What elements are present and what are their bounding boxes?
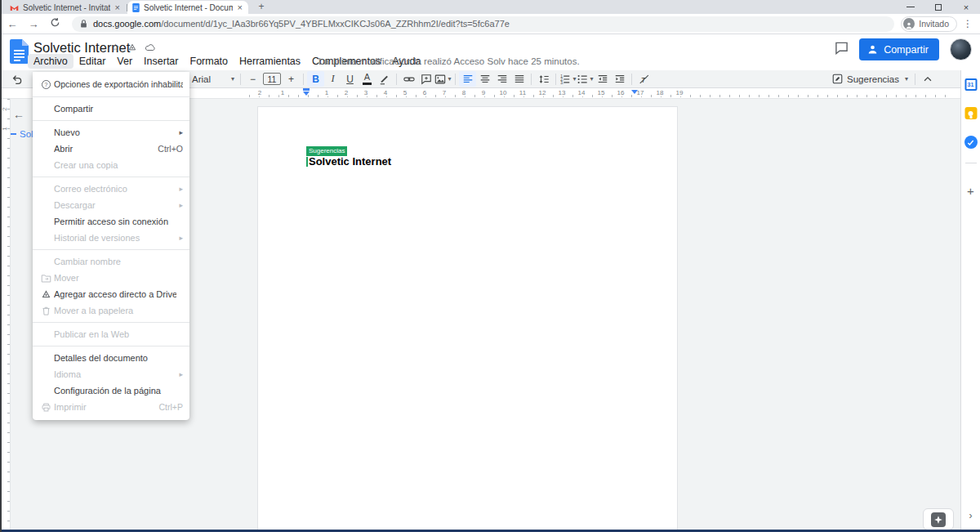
text-color-button[interactable]: A bbox=[359, 71, 376, 87]
submenu-arrow-icon: ▸ bbox=[179, 370, 183, 378]
collapse-toolbar-button[interactable] bbox=[919, 71, 936, 87]
ruler-number: 2 bbox=[343, 89, 350, 96]
tab-close-icon[interactable]: × bbox=[114, 3, 121, 12]
menu-item-idioma[interactable]: Idioma▸ bbox=[33, 366, 189, 382]
profile-chip[interactable]: Invitado bbox=[901, 16, 957, 32]
document-page[interactable]: Sugerencias Solvetic Internet bbox=[257, 106, 678, 531]
add-comment-icon bbox=[421, 74, 432, 85]
menu-item-compartir[interactable]: Compartir bbox=[33, 101, 189, 117]
align-right-button[interactable] bbox=[493, 71, 510, 87]
hide-side-panel-button[interactable]: › bbox=[969, 510, 973, 521]
underline-button[interactable]: U bbox=[341, 71, 359, 87]
comments-button[interactable] bbox=[835, 41, 849, 58]
font-size-increase-button[interactable]: + bbox=[283, 71, 300, 87]
reload-icon bbox=[50, 17, 60, 28]
bold-button[interactable]: B bbox=[307, 71, 324, 87]
clear-formatting-button[interactable]: T bbox=[635, 71, 653, 87]
menu-ver[interactable]: Ver bbox=[111, 54, 138, 69]
highlight-color-button[interactable] bbox=[376, 71, 393, 87]
editing-mode-button[interactable]: Sugerencias ▾ bbox=[829, 71, 911, 87]
last-edit-status[interactable]: La última modificación la realizó Acceso… bbox=[318, 56, 580, 66]
url-domain: docs.google.com bbox=[93, 19, 161, 29]
menu-item-configuraci-n-de-la-p-gina[interactable]: Configuración de la página bbox=[33, 382, 189, 399]
user-avatar[interactable] bbox=[950, 38, 972, 60]
add-addon-button[interactable]: + bbox=[967, 185, 974, 197]
ruler-number: 14 bbox=[577, 89, 587, 96]
address-bar[interactable]: docs.google.com/document/d/1yc_IAa3br66Y… bbox=[72, 16, 894, 32]
docs-logo-icon[interactable] bbox=[10, 39, 29, 64]
saved-cloud-icon[interactable] bbox=[145, 42, 156, 52]
maximize-button[interactable] bbox=[924, 0, 952, 14]
menu-formato[interactable]: Formato bbox=[185, 54, 234, 69]
menu-archivo[interactable]: Archivo bbox=[28, 54, 74, 69]
close-outline-button[interactable]: ← bbox=[13, 108, 24, 121]
align-center-button[interactable] bbox=[476, 71, 493, 87]
insert-link-button[interactable] bbox=[400, 71, 417, 87]
tab-docs[interactable]: Solvetic Internet - Documentos d × bbox=[127, 1, 248, 14]
menu-item-permitir-acceso-sin-conexi-n[interactable]: Permitir acceso sin conexión bbox=[33, 213, 189, 230]
link-icon bbox=[403, 74, 415, 85]
increase-indent-button[interactable] bbox=[611, 71, 628, 87]
minimize-button[interactable] bbox=[897, 0, 924, 14]
menu-herramientas[interactable]: Herramientas bbox=[234, 54, 306, 69]
tasks-button[interactable] bbox=[964, 136, 978, 149]
svg-text:?: ? bbox=[44, 81, 47, 87]
numbered-list-button[interactable]: 1.2.3. ▾ bbox=[559, 71, 577, 87]
menu-item-mover-a-la-papelera[interactable]: Mover a la papelera bbox=[33, 302, 189, 319]
tab-close-icon[interactable]: × bbox=[237, 3, 243, 12]
share-button[interactable]: Compartir bbox=[859, 38, 939, 60]
bullet-list-button[interactable]: ▾ bbox=[577, 71, 594, 87]
drive-shortcut-icon[interactable] bbox=[127, 42, 138, 52]
ruler-number: 10 bbox=[498, 89, 509, 96]
ruler-number: 12 bbox=[537, 89, 548, 96]
menu-item-correo-electr-nico[interactable]: Correo electrónico▸ bbox=[33, 181, 189, 197]
tab-gmail[interactable]: Solvetic Internet - Invitation to c × bbox=[5, 1, 126, 14]
justify-button[interactable] bbox=[510, 71, 528, 87]
menu-item-mover[interactable]: Mover bbox=[33, 270, 189, 286]
forward-button[interactable]: → bbox=[24, 18, 42, 30]
vertical-ruler[interactable]: 2 1 bbox=[2, 99, 11, 530]
star-icon[interactable]: ☆ bbox=[111, 42, 120, 53]
menu-item-publicar-en-la-web[interactable]: Publicar en la Web bbox=[33, 326, 189, 342]
close-button[interactable]: × bbox=[952, 0, 980, 14]
line-spacing-icon bbox=[538, 74, 550, 85]
menu-item-abrir[interactable]: AbrirCtrl+O bbox=[33, 141, 189, 157]
menu-insertar[interactable]: Insertar bbox=[138, 54, 184, 69]
submenu-arrow-icon: ▸ bbox=[179, 234, 183, 242]
menu-editar[interactable]: Editar bbox=[74, 54, 112, 69]
decrease-indent-button[interactable] bbox=[594, 71, 611, 87]
ruler-number: 13 bbox=[557, 89, 568, 96]
clear-formatting-icon: T bbox=[639, 74, 650, 85]
menu-item-detalles-del-documento[interactable]: Detalles del documento bbox=[33, 350, 189, 366]
share-button-label: Compartir bbox=[884, 44, 929, 56]
menu-item-label: Crear una copia bbox=[54, 160, 176, 170]
calendar-button[interactable]: 31 bbox=[964, 78, 977, 91]
font-size-decrease-button[interactable]: − bbox=[244, 71, 261, 87]
explore-button[interactable] bbox=[923, 508, 954, 530]
menu-item-label: Mover a la papelera bbox=[54, 306, 176, 315]
menu-item-agregar-acceso-directo-a-drive[interactable]: Agregar acceso directo a Drive bbox=[33, 286, 189, 302]
back-button[interactable]: ← bbox=[3, 18, 21, 30]
left-indent-marker[interactable] bbox=[303, 92, 310, 96]
menu-item-cambiar-nombre[interactable]: Cambiar nombre bbox=[33, 253, 189, 270]
italic-button[interactable]: I bbox=[324, 71, 341, 87]
font-family-select[interactable]: Arial ▾ bbox=[189, 71, 237, 87]
menu-item-imprimir[interactable]: ImprimirCtrl+P bbox=[33, 399, 189, 415]
insert-image-button[interactable]: ▾ bbox=[434, 71, 452, 87]
keep-button[interactable] bbox=[964, 107, 977, 119]
undo-button[interactable] bbox=[8, 71, 25, 87]
menu-item-crear-una-copia[interactable]: Crear una copia bbox=[33, 157, 189, 173]
right-indent-marker[interactable] bbox=[631, 90, 638, 94]
align-left-button[interactable] bbox=[459, 71, 476, 87]
add-comment-button[interactable] bbox=[417, 71, 434, 87]
reload-button[interactable] bbox=[46, 17, 64, 30]
menu-item-historial-de-versiones[interactable]: Historial de versiones▸ bbox=[33, 230, 189, 246]
new-tab-button[interactable]: + bbox=[255, 2, 268, 13]
menu-item-descargar[interactable]: Descargar▸ bbox=[33, 197, 189, 213]
font-size-input[interactable]: 11 bbox=[263, 73, 281, 85]
align-left-icon bbox=[462, 74, 474, 85]
first-line-indent-marker[interactable] bbox=[303, 88, 310, 91]
line-spacing-button[interactable] bbox=[535, 71, 552, 87]
browser-menu-button[interactable]: ⋮ bbox=[960, 18, 975, 29]
menu-item-nuevo[interactable]: Nuevo▸ bbox=[33, 124, 189, 141]
